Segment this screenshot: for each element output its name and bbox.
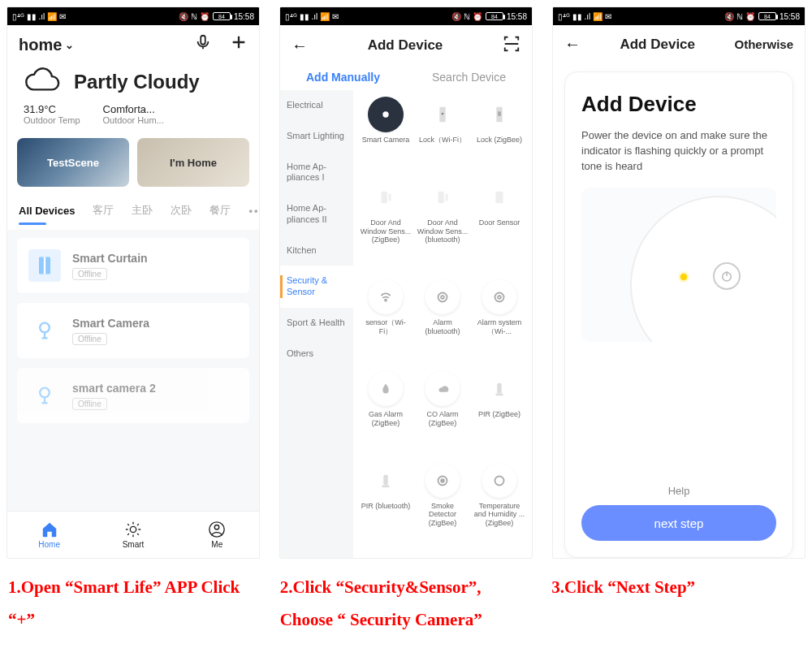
card-desc: Power the device on and make sure the in… [581, 128, 776, 175]
tab-living[interactable]: 客厅 [93, 203, 114, 218]
device-status: Offline [72, 333, 107, 345]
tab-second[interactable]: 次卧 [171, 203, 192, 218]
caption-1: 1.Open “Smart Life” APP Click “+” [8, 572, 261, 637]
tab-add-manually[interactable]: Add Manually [280, 71, 406, 84]
grid-item[interactable]: sensor（Wi-Fi） [358, 278, 413, 366]
device-card[interactable]: smart camera 2 Offline [17, 368, 249, 423]
grid-item[interactable]: Alarm system（Wi-... [472, 278, 527, 366]
home-dropdown[interactable]: home ⌄ [19, 36, 74, 54]
device-shape [630, 196, 776, 342]
scan-icon[interactable] [503, 35, 520, 56]
sidebar-item-appliances1[interactable]: Home Ap-pliances I [280, 152, 353, 194]
smoke-icon [425, 463, 460, 499]
sidebar-item-sport[interactable]: Sport & Health [280, 308, 353, 339]
cloud-icon [20, 64, 63, 100]
grid-item[interactable]: Gas Alarm (ZigBee) [358, 369, 413, 458]
grid-item[interactable]: Door Sensor [472, 178, 527, 274]
category-sidebar[interactable]: Electrical Smart Lighting Home Ap-plianc… [280, 90, 353, 558]
sidebar-item-kitchen[interactable]: Kitchen [280, 235, 353, 266]
sensor-icon [368, 279, 404, 315]
tab-underline [19, 222, 46, 225]
tab-dining[interactable]: 餐厅 [209, 203, 231, 218]
tabs-more-icon[interactable]: ••• [248, 205, 260, 217]
device-name: Smart Camera [72, 317, 149, 330]
device-card[interactable]: Smart Camera Offline [17, 303, 249, 358]
svg-point-18 [385, 300, 387, 301]
svg-rect-25 [383, 475, 388, 486]
grid-item[interactable]: Door And Window Sens... (bluetooth) [415, 178, 470, 274]
instruction-card: Add Device Power the device on and make … [564, 71, 793, 558]
svg-point-4 [40, 388, 50, 398]
scene-row: TestScene I'm Home [7, 132, 259, 195]
tab-search-device[interactable]: Search Device [406, 71, 532, 84]
signal-icons: ▯⁴ᴳ ▮▮ .ıl 📶 ✉ [12, 12, 66, 21]
grid-item[interactable]: Lock (ZigBee) [472, 95, 527, 175]
back-icon[interactable]: ← [564, 35, 581, 54]
battery-icon: 84 [486, 12, 503, 20]
grid-item[interactable]: PIR (ZigBee) [472, 369, 527, 458]
sidebar-item-security[interactable]: Security & Sensor [280, 266, 353, 308]
nav-home[interactable]: Home [7, 512, 91, 558]
hum-value: Comforta... [103, 103, 164, 115]
svg-point-20 [441, 296, 444, 300]
grid-item[interactable]: PIR (bluetooth) [358, 461, 413, 558]
camera-icon [368, 97, 404, 132]
grid-item[interactable]: Door And Window Sens... (ZigBee) [358, 178, 413, 274]
grid-item[interactable]: Smoke Detector (ZigBee) [415, 461, 470, 558]
card-title: Add Device [581, 92, 776, 117]
scene-card-testscene[interactable]: TestScene [17, 138, 129, 187]
svg-point-3 [40, 323, 50, 333]
svg-rect-16 [446, 194, 448, 201]
grid-item[interactable]: CO Alarm (ZigBee) [415, 369, 470, 458]
bottom-nav: Home Smart Me [7, 511, 259, 558]
weather-stats: 31.9°C Outdoor Temp Comforta... Outdoor … [7, 102, 259, 132]
sidebar-item-electrical[interactable]: Electrical [280, 90, 353, 121]
header: ← Add Device Otherwise [553, 25, 805, 63]
battery-icon: 84 [758, 12, 776, 20]
weather-title: Partly Cloudy [74, 71, 200, 93]
three-screens-row: ▯⁴ᴳ ▮▮ .ıl 📶 ✉ 🔇 ℕ ⏰ 84 15:58 home ⌄ [0, 0, 812, 559]
home-label: home [19, 36, 62, 54]
grid-item[interactable]: Lock（Wi-Fi） [415, 95, 470, 175]
camera-icon [28, 379, 61, 412]
status-bar: ▯⁴ᴳ ▮▮ .ıl 📶 ✉ 🔇 ℕ ⏰ 84 15:58 [280, 7, 532, 25]
device-list[interactable]: Smart Curtain Offline Smart Camera Offli… [7, 230, 259, 511]
add-device-header: ← Add Device [280, 25, 532, 66]
battery-icon: 84 [213, 12, 231, 20]
svg-rect-0 [201, 36, 205, 45]
grid-label: PIR (ZigBee) [478, 410, 520, 418]
svg-point-10 [442, 113, 444, 115]
door-sensor-icon [368, 179, 404, 215]
grid-label: Door And Window Sens... (bluetooth) [417, 218, 469, 244]
curtain-icon [28, 249, 61, 282]
nav-smart[interactable]: Smart [91, 512, 175, 558]
help-link[interactable]: Help [581, 485, 776, 497]
grid-item[interactable]: Smart Camera [358, 95, 413, 175]
svg-point-8 [382, 111, 388, 117]
grid-item[interactable]: Temperature and Humidity ... (ZigBee) [472, 461, 527, 558]
sidebar-item-others[interactable]: Others [280, 339, 353, 369]
device-card[interactable]: Smart Curtain Offline [17, 238, 249, 293]
plus-icon[interactable] [230, 33, 248, 56]
grid-item[interactable]: Alarm (bluetooth) [415, 278, 470, 366]
grid-label: Alarm system（Wi-... [473, 318, 525, 335]
device-grid[interactable]: Smart Camera Lock（Wi-Fi） Lock (ZigBee) D… [353, 90, 532, 558]
instruction-captions: 1.Open “Smart Life” APP Click “+” 2.Clic… [0, 559, 812, 637]
status-time: 15:58 [234, 12, 254, 21]
next-step-button[interactable]: next step [581, 505, 776, 541]
camera-icon [28, 314, 61, 347]
tab-master[interactable]: 主卧 [132, 203, 153, 218]
status-time: 15:58 [780, 12, 800, 21]
sidebar-item-lighting[interactable]: Smart Lighting [280, 121, 353, 152]
sidebar-item-appliances2[interactable]: Home Ap-pliances II [280, 193, 353, 235]
nav-me[interactable]: Me [175, 512, 259, 558]
mic-icon[interactable] [194, 33, 212, 56]
status-right-icons: 🔇 ℕ ⏰ [179, 12, 209, 21]
svg-point-19 [438, 293, 447, 302]
power-icon [713, 262, 741, 290]
otherwise-link[interactable]: Otherwise [734, 37, 793, 51]
scene-card-imhome[interactable]: I'm Home [137, 138, 249, 187]
tab-all-devices[interactable]: All Devices [19, 205, 75, 217]
device-status: Offline [72, 268, 107, 280]
back-icon[interactable]: ← [292, 37, 308, 55]
